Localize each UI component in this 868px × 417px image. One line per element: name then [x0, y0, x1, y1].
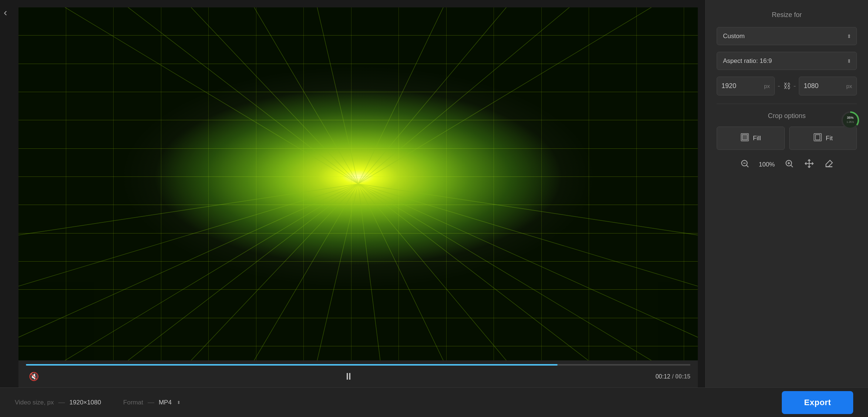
divider: [717, 104, 857, 104]
mute-button[interactable]: 🔇: [26, 370, 42, 383]
settings-panel: Resize for Custom Instagram YouTube Twit…: [705, 0, 868, 387]
video-size-dash: —: [58, 398, 65, 406]
resize-preset-select[interactable]: Custom Instagram YouTube Twitter Faceboo…: [717, 27, 857, 45]
svg-rect-32: [815, 135, 820, 140]
crop-options-label: Crop options: [768, 112, 805, 120]
zoom-in-button[interactable]: [782, 157, 796, 173]
video-size-label: Video size, px: [15, 399, 54, 406]
svg-line-39: [791, 165, 793, 167]
svg-line-23: [358, 7, 603, 184]
zoom-value-label: 100%: [758, 161, 776, 168]
fill-label: Fill: [753, 135, 761, 142]
bottom-bar: Video size, px — 1920×1080 Format — MP4 …: [0, 387, 868, 417]
export-label: Export: [804, 398, 831, 407]
svg-line-18: [165, 7, 358, 184]
export-button[interactable]: Export: [782, 391, 853, 414]
format-dash: —: [148, 398, 154, 406]
svg-line-0: [18, 184, 358, 360]
width-input-wrap[interactable]: 1920 px: [717, 77, 775, 95]
svg-text:35%: 35%: [847, 116, 854, 120]
video-size-info: Video size, px — 1920×1080: [15, 398, 101, 406]
height-input-wrap[interactable]: 1080 px: [799, 77, 857, 95]
svg-line-6: [358, 184, 698, 286]
back-button[interactable]: ‹: [4, 7, 7, 18]
crop-buttons-row: Fill Fit: [717, 127, 857, 150]
cube-overlay: [18, 7, 698, 360]
progress-fill: [26, 364, 558, 366]
svg-line-21: [358, 7, 457, 184]
video-container: 🔇 ⏸ 00:12 / 00:15: [18, 7, 698, 387]
video-controls: 🔇 ⏸ 00:12 / 00:15: [18, 360, 698, 387]
fit-label: Fit: [826, 135, 833, 142]
svg-line-1: [18, 184, 358, 337]
fill-button[interactable]: Fill: [717, 127, 785, 150]
bottom-info: Video size, px — 1920×1080 Format — MP4 …: [15, 398, 181, 406]
svg-line-22: [358, 7, 530, 184]
svg-line-20: [311, 7, 358, 184]
svg-line-14: [358, 184, 530, 360]
zoom-out-button[interactable]: [738, 157, 752, 173]
width-unit-label: px: [764, 83, 770, 89]
svg-line-9: [165, 184, 358, 360]
crop-section-header: Crop options 35% 1.2K/s: [717, 112, 857, 120]
svg-text:1.2K/s: 1.2K/s: [847, 121, 854, 123]
move-button[interactable]: [802, 157, 816, 173]
fill-color-button[interactable]: [822, 157, 836, 173]
time-display: 00:12 / 00:15: [656, 373, 690, 380]
time-current: 00:12: [656, 373, 670, 380]
aspect-ratio-select-wrapper[interactable]: Aspect ratio: 16:9 Aspect ratio: 4:3 Asp…: [717, 52, 857, 70]
svg-line-16: [18, 7, 358, 184]
svg-line-19: [238, 7, 358, 184]
svg-rect-30: [742, 135, 747, 140]
custom-select-wrapper[interactable]: Custom Instagram YouTube Twitter Faceboo…: [717, 27, 857, 45]
pause-button[interactable]: ⏸: [341, 369, 356, 384]
video-frame: [18, 7, 698, 360]
height-unit-label: px: [846, 83, 852, 89]
fit-icon: [813, 133, 822, 144]
progress-bar[interactable]: [26, 364, 690, 366]
svg-line-7: [358, 184, 698, 235]
svg-line-12: [358, 184, 384, 360]
svg-line-24: [358, 7, 698, 184]
video-size-value: 1920×1080: [70, 399, 101, 406]
height-input[interactable]: 1080: [804, 77, 846, 95]
svg-line-15: [358, 184, 625, 360]
fill-icon: [740, 133, 749, 144]
link-dimensions-icon[interactable]: ⛓: [783, 82, 791, 90]
format-select-wrapper[interactable]: MP4 MOV AVI GIF ⬍: [159, 399, 181, 406]
video-background: [18, 7, 698, 360]
svg-line-5: [358, 184, 698, 337]
svg-line-2: [18, 184, 358, 286]
svg-line-4: [358, 184, 698, 360]
width-input[interactable]: 1920: [721, 77, 764, 95]
format-select[interactable]: MP4 MOV AVI GIF: [159, 399, 181, 406]
svg-line-13: [358, 184, 457, 360]
svg-line-11: [311, 184, 358, 360]
progress-circle-container: 35% 1.2K/s: [840, 110, 861, 132]
aspect-ratio-select[interactable]: Aspect ratio: 16:9 Aspect ratio: 4:3 Asp…: [717, 52, 857, 70]
time-separator: /: [672, 373, 675, 380]
dimension-dash: -: [778, 82, 780, 90]
dimensions-row: 1920 px - ⛓ - 1080 px: [717, 77, 857, 95]
progress-ring: 35% 1.2K/s: [840, 110, 861, 131]
video-panel: ‹: [0, 0, 705, 387]
format-info: Format — MP4 MOV AVI GIF ⬍: [123, 398, 181, 406]
controls-row: 🔇 ⏸ 00:12 / 00:15: [26, 369, 690, 384]
zoom-row: 100%: [717, 157, 857, 173]
svg-line-8: [91, 184, 358, 360]
dimension-dash2: -: [794, 82, 796, 90]
svg-line-3: [18, 184, 358, 235]
format-label: Format: [123, 399, 143, 406]
resize-for-label: Resize for: [717, 11, 857, 19]
svg-line-35: [746, 165, 748, 167]
svg-line-10: [238, 184, 358, 360]
time-total: 00:15: [675, 373, 690, 380]
svg-line-17: [91, 7, 358, 184]
